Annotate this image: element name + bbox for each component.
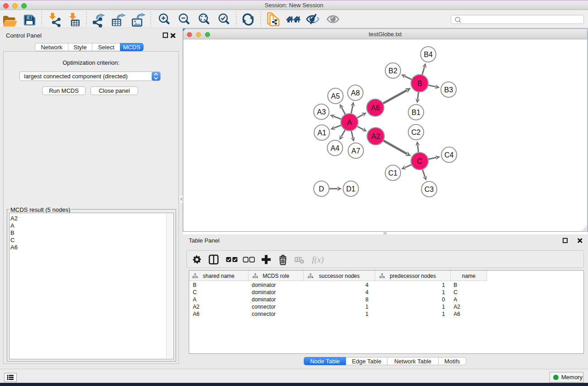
svg-text:B2: B2 xyxy=(388,67,397,75)
svg-text:A1: A1 xyxy=(317,129,326,137)
svg-text:A3: A3 xyxy=(317,108,326,116)
svg-text:A6: A6 xyxy=(371,104,380,112)
svg-text:A: A xyxy=(347,119,352,126)
svg-text:C2: C2 xyxy=(411,129,421,136)
svg-text:C1: C1 xyxy=(388,169,398,177)
svg-text:D1: D1 xyxy=(346,185,356,193)
svg-text:D: D xyxy=(319,185,324,193)
svg-text:B3: B3 xyxy=(444,86,453,94)
svg-text:A4: A4 xyxy=(330,144,339,152)
svg-text:A8: A8 xyxy=(351,89,360,97)
svg-text:B4: B4 xyxy=(424,51,433,58)
svg-text:C3: C3 xyxy=(425,186,434,193)
svg-text:f(x): f(x) xyxy=(312,255,324,265)
svg-text:B1: B1 xyxy=(411,109,421,116)
svg-text:B: B xyxy=(417,80,422,87)
svg-text:C4: C4 xyxy=(445,151,454,159)
svg-text:A7: A7 xyxy=(351,147,360,155)
svg-text:A2: A2 xyxy=(371,133,380,140)
svg-text:C: C xyxy=(417,157,422,165)
svg-text:A5: A5 xyxy=(331,92,340,100)
